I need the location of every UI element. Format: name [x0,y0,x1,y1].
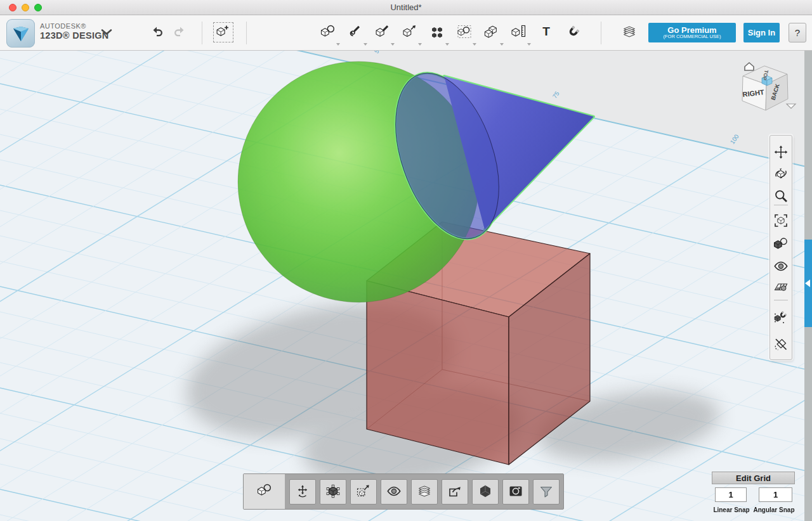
undo-button[interactable] [147,22,167,42]
cube-plus-icon [216,24,231,41]
chevron-down-icon [99,24,114,41]
pencil-slash-icon [773,337,789,354]
zoom-tool-button[interactable] [772,188,790,205]
layers-icon [417,484,432,501]
app-menu-button[interactable] [96,22,117,42]
snapshot-button[interactable] [502,479,529,505]
letter-t-icon: T [539,24,554,41]
print-3d-button[interactable] [533,479,560,505]
polyhedron-icon [478,484,493,501]
linear-snap-input[interactable] [715,487,747,502]
pattern-button[interactable] [427,22,447,42]
cube-arrow-icon [402,24,417,41]
show-hide-button[interactable] [772,258,790,276]
dropdown-caret [473,43,476,46]
cube-pencil-icon [375,24,390,41]
app-logo [6,19,35,48]
magnifier-icon [773,188,789,205]
dropdown-caret [391,43,395,46]
panel-collapse-arrow-icon[interactable] [805,280,810,287]
redo-button[interactable] [169,22,190,42]
smart-scale-button[interactable] [350,479,377,505]
modify-button[interactable] [400,22,420,42]
grid-eye-icon [773,280,789,297]
four-cubes-icon [429,24,445,41]
fit-brackets-icon [773,213,789,230]
magnet-icon [566,24,581,41]
export-arrow-icon [447,484,462,501]
hide-tool-button[interactable] [381,479,407,505]
dropdown-caret [445,43,449,46]
cube-ruler-icon [511,24,527,41]
move-tool-button[interactable] [289,479,316,505]
window-title: Untitled* [0,3,812,12]
viewport-3d[interactable]: 50 75 100 [0,51,812,521]
angular-snap-input[interactable] [759,487,792,502]
right-tool-panel [769,135,792,360]
pan-button[interactable] [772,144,790,162]
materials-button[interactable] [411,479,438,505]
view-cube[interactable]: RIGHT BACK TOP [735,56,798,116]
object-snap-button[interactable] [772,309,790,326]
orbit-icon [773,166,789,183]
curve-pencil-icon [348,24,363,41]
eye-icon [386,484,402,501]
fit-view-button[interactable] [772,212,790,230]
measure-button[interactable] [509,22,529,42]
cube-selection-icon [457,24,472,41]
two-cubes-icon [484,24,499,41]
layers-button[interactable] [619,22,639,42]
pan-icon [773,145,789,162]
go-premium-label: Go Premium [648,26,736,35]
grid-visibility-button[interactable] [772,279,790,297]
edit-grid-button[interactable]: Edit Grid [712,472,795,484]
panel-separator [774,205,788,205]
dropdown-caret [527,43,531,46]
view-cube-menu-chevron-icon[interactable] [787,104,796,108]
undo-icon [150,24,165,41]
main-toolbar: AUTODESK® 123D® DESIGN T Go Premium (FOR… [0,15,812,51]
sketch-visibility-button[interactable] [772,336,790,354]
construct-button[interactable] [372,22,393,42]
cube-sphere-icon [320,24,336,41]
export-button[interactable] [442,479,468,505]
view-cube-body[interactable]: RIGHT BACK TOP [742,66,788,110]
shaded-view-button[interactable] [772,236,790,254]
sketch-button[interactable] [345,22,365,42]
eye-icon [773,259,789,276]
panel-separator [774,300,788,300]
primitive-menu-button[interactable] [244,474,285,509]
cube-handles-icon [325,484,341,501]
svg-text:T: T [542,25,550,38]
snap-button[interactable] [563,22,584,42]
dropdown-caret [500,43,504,46]
home-icon[interactable] [745,63,754,70]
redo-icon [172,24,187,41]
primitives-button[interactable] [318,22,338,42]
toolbar-separator [601,22,601,44]
cube-magnet-icon [773,309,789,326]
edit-grid-panel: Edit Grid Linear Snap Angular Snap [712,472,795,521]
orbit-button[interactable] [772,165,790,183]
angular-snap-label: Angular Snap [753,506,795,513]
go-premium-sublabel: (FOR COMMERCIAL USE) [648,34,736,39]
sign-in-button[interactable]: Sign In [743,23,780,42]
help-button[interactable]: ? [789,23,806,42]
layers-icon [622,24,637,41]
move-arrows-icon [295,484,310,501]
grouping-button[interactable] [454,22,475,42]
dashed-cube-arrow-icon [356,484,371,501]
toolbar-separator [246,22,247,44]
toolbar-separator [202,22,202,44]
combine-button[interactable] [481,22,502,42]
text-button[interactable]: T [536,22,556,42]
go-premium-button[interactable]: Go Premium (FOR COMMERCIAL USE) [648,23,736,42]
dropdown-caret [336,43,340,46]
material-ball-button[interactable] [472,479,499,505]
cube-sphere-icon [257,483,272,501]
dropdown-caret [363,43,367,46]
scale-tool-button[interactable] [320,479,346,505]
titlebar: Untitled* [0,0,812,15]
bottom-toolbar [243,473,564,510]
place-primitive-button[interactable] [213,22,233,42]
